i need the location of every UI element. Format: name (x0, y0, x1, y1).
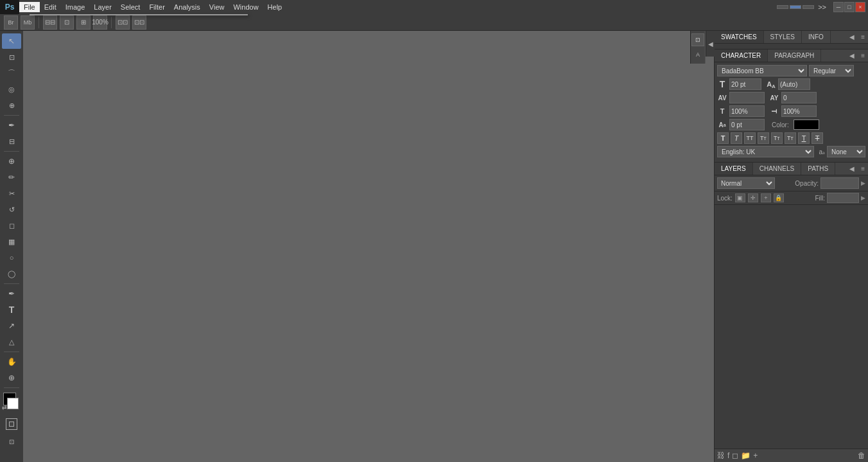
gradient-tool[interactable]: ▦ (2, 234, 21, 249)
aa-method-select[interactable]: None (827, 146, 865, 157)
tab-swatches[interactable]: SWATCHES (715, 31, 764, 43)
swatches-side-icon[interactable]: ⊡ (691, 33, 704, 46)
mini-bridge-icon[interactable]: Mb (21, 15, 35, 30)
scale-v-input[interactable] (781, 105, 817, 117)
tab-channels[interactable]: CHANNELS (753, 163, 801, 175)
shape-tool[interactable]: △ (2, 334, 21, 350)
arrange-docs-icon[interactable]: ⊡⊡ (116, 15, 130, 30)
ruler-tool[interactable]: ⊟ (2, 134, 21, 149)
zoom-100-icon[interactable]: 100% (93, 15, 107, 30)
font-size-input[interactable] (729, 78, 761, 90)
healing-tool[interactable]: ⊕ (2, 154, 21, 169)
menu-analysis[interactable]: Analysis (169, 2, 205, 12)
layers-menu-icon[interactable]: ≡ (858, 163, 868, 174)
win-minimize[interactable]: ─ (833, 2, 844, 12)
char-expand-icon[interactable]: ◀ (846, 50, 858, 61)
lock-position-btn[interactable]: ✛ (748, 193, 758, 202)
menu-image[interactable]: Image (61, 2, 90, 12)
add-mask-btn[interactable]: ◻ (732, 451, 738, 460)
scale-h-input[interactable] (729, 105, 765, 117)
menu-view[interactable]: View (205, 2, 229, 12)
eyedropper-tool[interactable]: ✒ (2, 118, 21, 133)
underline-btn[interactable]: T (798, 132, 810, 144)
eraser-tool[interactable]: ◻ (2, 218, 21, 233)
menu-file[interactable]: File (19, 2, 40, 12)
lasso-tool[interactable]: ⌒ (2, 66, 21, 81)
subscript-btn[interactable]: TT (785, 132, 796, 144)
fill-arrow[interactable]: ▶ (861, 195, 865, 201)
workspace-painting[interactable] (803, 5, 814, 9)
layers-expand-icon[interactable]: ◀ (846, 163, 858, 174)
baseline-input[interactable] (729, 119, 765, 130)
char-menu-icon[interactable]: ≡ (858, 50, 868, 61)
zoom-fit-icon[interactable]: ⊡ (60, 15, 74, 30)
marquee-tool[interactable]: ⊡ (2, 49, 21, 65)
workspace-more[interactable]: >> (815, 2, 829, 12)
brush-tool[interactable]: ✏ (2, 170, 21, 185)
arrange-2-icon[interactable]: ⊡⊡ (132, 15, 146, 30)
tab-styles[interactable]: STYLES (764, 31, 802, 43)
opacity-arrow[interactable]: ▶ (861, 180, 865, 186)
superscript-btn[interactable]: TT (771, 132, 783, 144)
kerning-input[interactable] (781, 92, 817, 103)
faux-bold-btn[interactable]: T (717, 132, 729, 144)
menu-filter[interactable]: Filter (144, 2, 169, 12)
panel-menu-icon[interactable]: ≡ (858, 31, 868, 42)
quick-mask-btn[interactable] (2, 416, 21, 432)
win-close[interactable]: × (855, 2, 865, 12)
add-style-btn[interactable]: f (727, 451, 729, 460)
menu-layer[interactable]: Layer (89, 2, 116, 12)
workspace-essentials[interactable] (777, 5, 788, 9)
crop-tool[interactable]: ⊕ (2, 98, 21, 113)
fill-input[interactable] (827, 193, 859, 203)
delete-layer-btn[interactable]: 🗑 (858, 451, 865, 460)
char-side-icon[interactable]: A (691, 48, 704, 61)
strikethrough-btn[interactable]: T (812, 132, 823, 144)
tab-info[interactable]: INFO (802, 31, 831, 43)
tracking-input[interactable] (729, 92, 765, 103)
bridge-icon[interactable]: Br (4, 15, 18, 30)
new-group-btn[interactable]: 📁 (741, 451, 751, 460)
blend-mode-select[interactable]: Normal (717, 177, 775, 189)
lock-all-btn[interactable]: + (761, 193, 771, 202)
opacity-input[interactable] (820, 177, 859, 189)
history-brush-tool[interactable]: ↺ (2, 202, 21, 217)
menu-window[interactable]: Window (229, 2, 263, 12)
screen-mode-btn[interactable]: ⊡ (2, 434, 21, 449)
font-family-select[interactable]: BadaBoom BB (717, 65, 807, 76)
menu-help[interactable]: Help (263, 2, 287, 12)
arrange-icon[interactable]: ⊟⊟ (43, 15, 57, 30)
new-layer-btn[interactable]: + (753, 451, 758, 460)
blur-tool[interactable]: ○ (2, 250, 21, 265)
zoom-tool[interactable]: ⊕ (2, 370, 21, 386)
link-layers-btn[interactable]: ⛓ (717, 451, 725, 460)
move-tool[interactable]: ↖ (2, 33, 21, 49)
win-maximize[interactable]: □ (844, 2, 855, 12)
lock-transparency-btn[interactable]: 🔒 (774, 193, 784, 202)
small-caps-btn[interactable]: TT (758, 132, 769, 144)
leading-input[interactable] (778, 78, 810, 90)
tab-paragraph[interactable]: PARAGRAPH (768, 49, 821, 62)
lock-pixels-btn[interactable]: ▣ (735, 193, 745, 202)
hand-tool[interactable]: ✋ (2, 354, 21, 369)
faux-italic-btn[interactable]: T (731, 132, 742, 144)
panel-collapse-btn[interactable]: ◀ (706, 31, 715, 57)
type-tool[interactable]: T (2, 302, 21, 317)
tab-character[interactable]: CHARACTER (715, 49, 768, 62)
tab-paths[interactable]: PATHS (801, 163, 835, 175)
path-select-tool[interactable]: ↗ (2, 318, 21, 333)
background-color[interactable] (7, 398, 19, 409)
language-select[interactable]: English: UK (717, 146, 814, 157)
menu-select[interactable]: Select (116, 2, 145, 12)
quick-select-tool[interactable]: ◎ (2, 82, 21, 97)
text-color-swatch[interactable] (794, 120, 819, 130)
font-style-select[interactable]: Regular (809, 65, 854, 76)
swap-colors-icon[interactable]: ⇄ (2, 404, 7, 411)
menu-edit[interactable]: Edit (40, 2, 61, 12)
panel-expand-icon[interactable]: ◀ (846, 31, 858, 42)
workspace-design[interactable] (790, 5, 801, 9)
stamp-tool[interactable]: ✂ (2, 186, 21, 201)
tab-layers[interactable]: LAYERS (715, 163, 753, 175)
all-caps-btn[interactable]: TT (744, 132, 756, 144)
dodge-tool[interactable]: ◯ (2, 266, 21, 281)
